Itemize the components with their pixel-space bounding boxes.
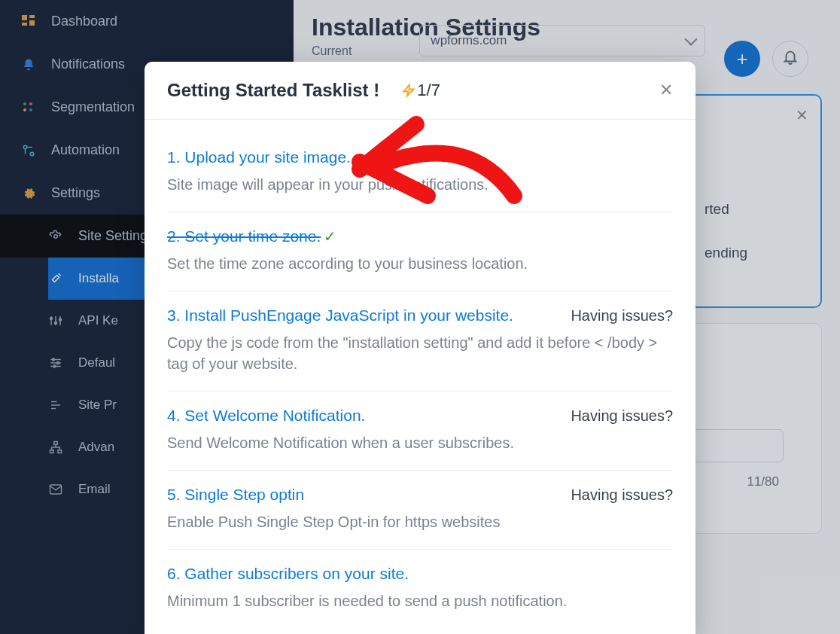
task-desc: Site image will appear in your push noti…	[167, 174, 673, 195]
task-link-timezone[interactable]: 2. Set your time zone.	[167, 227, 321, 245]
task-desc: Copy the js code from the "installation …	[167, 332, 673, 374]
task-item: 6. Gather subscribers on your site. Mini…	[167, 550, 673, 617]
task-link-gather-subs[interactable]: 6. Gather subscribers on your site.	[167, 565, 409, 583]
modal-body: 1. Upload your site image. Site image wi…	[145, 120, 695, 634]
task-link-install-js[interactable]: 3. Install PushEngage JavaScript in your…	[167, 306, 513, 325]
task-link-upload-image[interactable]: 1. Upload your site image.	[167, 148, 351, 166]
task-item: 4. Set Welcome Notification. Having issu…	[167, 392, 673, 471]
tasklist-modal: Getting Started Tasklist ! 1/7 ✕ 1. Uplo…	[145, 62, 695, 634]
task-desc: Enable Push Single Step Opt-in for https…	[167, 511, 673, 532]
having-issues-link[interactable]: Having issues?	[571, 486, 673, 504]
task-item: 1. Upload your site image. Site image wi…	[167, 133, 673, 212]
task-counter: 1/7	[417, 81, 440, 100]
task-desc: Send Welcome Notification when a user su…	[167, 432, 673, 453]
modal-header: Getting Started Tasklist ! 1/7 ✕	[145, 62, 695, 120]
modal-title: Getting Started Tasklist !	[167, 80, 379, 101]
having-issues-link[interactable]: Having issues?	[571, 407, 673, 425]
task-link-single-step[interactable]: 5. Single Step optin	[167, 486, 304, 504]
task-desc: Minimum 1 subscriber is needed to send a…	[167, 590, 673, 611]
task-desc: Set the time zone according to your busi…	[167, 253, 673, 274]
task-item: 2. Set your time zone. ✓ Set the time zo…	[167, 212, 673, 291]
bolt-icon	[402, 81, 415, 99]
check-icon: ✓	[324, 227, 336, 245]
task-link-welcome-notif[interactable]: 4. Set Welcome Notification.	[167, 407, 365, 425]
having-issues-link[interactable]: Having issues?	[571, 307, 673, 325]
svg-marker-30	[404, 85, 415, 96]
close-icon[interactable]: ✕	[659, 81, 673, 100]
task-item: 3. Install PushEngage JavaScript in your…	[167, 291, 673, 392]
task-item: 5. Single Step optin Having issues? Enab…	[167, 471, 673, 550]
